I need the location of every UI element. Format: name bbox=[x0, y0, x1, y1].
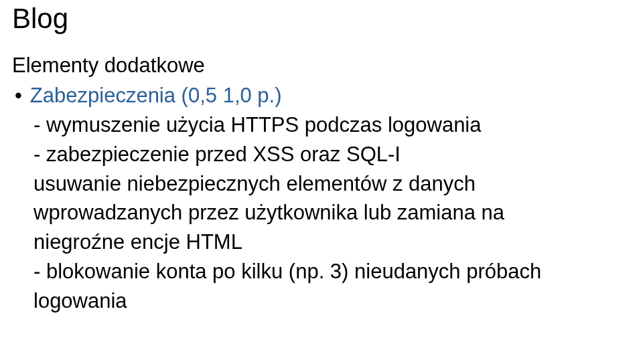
bullet-dot: • bbox=[15, 82, 22, 110]
bullet-item: • Zabezpieczenia (0,5 1,0 p.) bbox=[15, 82, 631, 110]
nested-line: - wymuszenie użycia HTTPS podczas logowa… bbox=[33, 111, 631, 139]
nested-line: - zabezpieczenie przed XSS oraz SQL-I bbox=[33, 141, 631, 169]
slide-subtitle: Elementy dodatkowe bbox=[12, 54, 631, 78]
nested-line: niegroźne encje HTML bbox=[33, 228, 631, 256]
nested-line: usuwanie niebezpiecznych elementów z dan… bbox=[33, 170, 631, 198]
slide-container: Blog Elementy dodatkowe • Zabezpieczenia… bbox=[0, 0, 643, 319]
nested-line: logowania bbox=[33, 287, 631, 315]
nested-line: - blokowanie konta po kilku (np. 3) nieu… bbox=[33, 258, 631, 286]
nested-line: wprowadzanych przez użytkownika lub zami… bbox=[33, 199, 631, 227]
bullet-text: Zabezpieczenia (0,5 1,0 p.) bbox=[30, 82, 282, 110]
slide-title: Blog bbox=[12, 3, 631, 35]
nested-content: - wymuszenie użycia HTTPS podczas logowa… bbox=[33, 111, 631, 315]
